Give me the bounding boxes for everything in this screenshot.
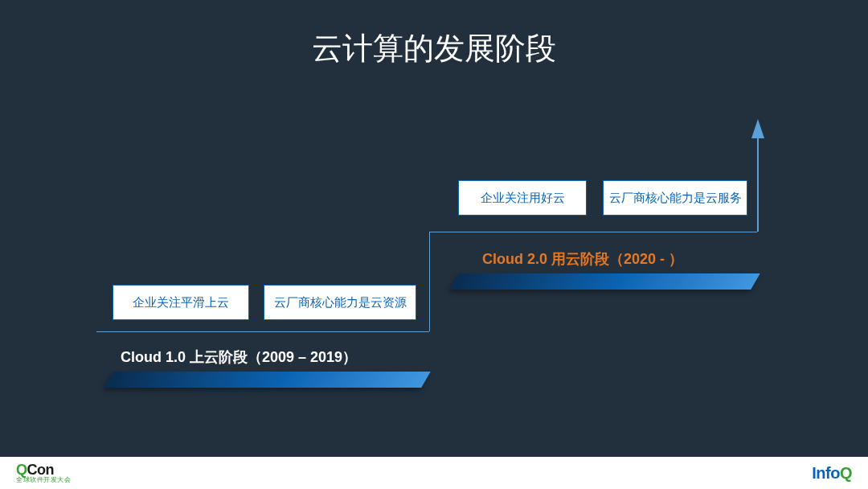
infoq-logo: InfoQ [812, 464, 852, 483]
stage1-label: Cloud 1.0 上云阶段（2009 – 2019） [121, 347, 357, 367]
stage2-label: Cloud 2.0 用云阶段（2020 - ） [482, 249, 683, 269]
axis-arrow-shaft [757, 137, 759, 232]
infoq-q: Q [840, 464, 852, 482]
infoq-info: Info [812, 464, 840, 482]
stage2-box-vendor: 云厂商核心能力是云服务 [603, 180, 747, 216]
stage2-platform [449, 273, 760, 290]
axis-segment-2 [429, 232, 757, 232]
axis-riser [429, 232, 430, 331]
stage2-box-enterprise: 企业关注用好云 [458, 180, 587, 216]
stage1-box-enterprise: 企业关注平滑上云 [113, 285, 249, 320]
axis-segment-1 [96, 331, 429, 332]
footer-bar: QCon 全球软件开发大会 InfoQ [0, 457, 868, 489]
qcon-logo: QCon 全球软件开发大会 [16, 462, 71, 483]
qcon-subtitle: 全球软件开发大会 [16, 477, 71, 483]
stage1-box-vendor: 云厂商核心能力是云资源 [264, 285, 416, 320]
arrow-up-icon [751, 119, 764, 138]
stage1-platform [104, 372, 431, 388]
qcon-q: Q [16, 462, 27, 478]
slide-title: 云计算的发展阶段 [0, 28, 868, 69]
qcon-con: Con [27, 462, 55, 478]
